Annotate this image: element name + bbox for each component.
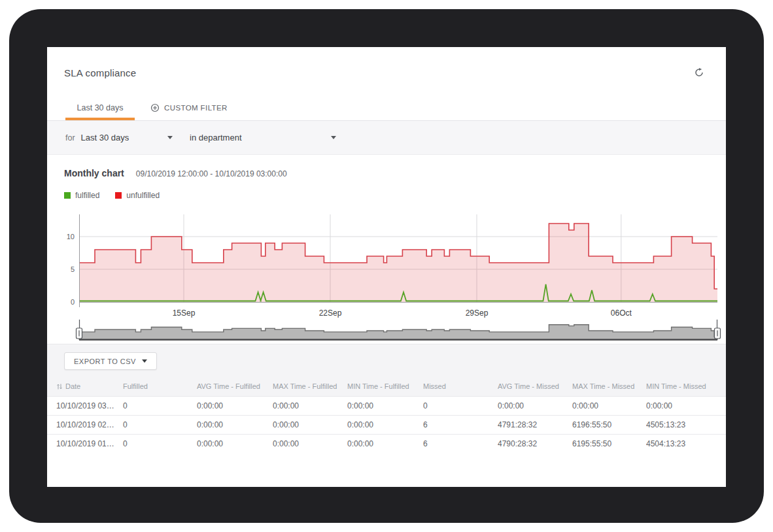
legend-swatch-unfulfilled (115, 192, 122, 199)
column-header[interactable]: Fulfilled (123, 382, 197, 390)
filter-bar: for Last 30 days in department (47, 121, 726, 155)
x-tick-label: 29Sep (466, 308, 489, 318)
card-header: SLA compliance (47, 47, 726, 98)
table-cell: 6 (423, 420, 498, 429)
sla-compliance-card: SLA compliance Last 30 days CUSTOM FILTE… (47, 47, 726, 487)
column-header[interactable]: Date (56, 382, 123, 390)
chart-section: Monthly chart 09/10/2019 12:00:00 - 10/1… (47, 155, 726, 344)
table-cell: 4790:28:32 (498, 439, 572, 448)
table-row[interactable]: 10/10/2019 03…00:00:000:00:000:00:0000:0… (47, 396, 726, 415)
chevron-down-icon (331, 136, 336, 139)
column-header[interactable]: MIN Time - Fulfilled (347, 382, 423, 390)
table-section: EXPORT TO CSV DateFulfilledAVG Time - Fu… (47, 344, 726, 453)
table-cell: 0:00:00 (197, 401, 273, 410)
tab-bar: Last 30 days CUSTOM FILTER (47, 98, 726, 121)
table-cell: 6 (423, 439, 498, 448)
table-cell: 0:00:00 (347, 401, 423, 410)
y-tick-label: 5 (71, 265, 75, 273)
legend-swatch-fulfilled (64, 192, 71, 199)
column-header[interactable]: MAX Time - Fulfilled (273, 382, 347, 390)
table-cell: 6195:55:50 (572, 439, 646, 448)
table-cell: 10/10/2019 01… (56, 439, 123, 448)
sla-area-chart[interactable]: 15Sep22Sep29Sep06Oct0510 (56, 209, 726, 344)
period-select[interactable]: for Last 30 days (65, 133, 173, 142)
column-header[interactable]: MIN Time - Missed (646, 382, 726, 390)
table-cell: 0:00:00 (197, 420, 273, 429)
department-select-value: in department (190, 133, 331, 142)
table-cell: 10/10/2019 03… (56, 401, 123, 410)
column-header[interactable]: AVG Time - Missed (498, 382, 572, 390)
x-tick-label: 22Sep (319, 308, 342, 318)
chevron-down-icon (142, 359, 147, 363)
chart-title: Monthly chart (64, 168, 124, 178)
legend-item-fulfilled[interactable]: fulfilled (64, 191, 99, 200)
legend-label: unfulfilled (126, 191, 160, 200)
table-cell: 0:00:00 (197, 439, 273, 448)
refresh-button[interactable] (692, 65, 706, 80)
page-title: SLA compliance (64, 67, 136, 78)
table-cell: 10/10/2019 02… (56, 420, 123, 429)
filter-prefix: for (65, 133, 75, 142)
column-header[interactable]: Missed (423, 382, 498, 390)
chevron-down-icon (167, 136, 173, 139)
legend-label: fulfilled (75, 191, 99, 200)
table-body: 10/10/2019 03…00:00:000:00:000:00:0000:0… (47, 396, 726, 453)
table-cell: 0 (423, 401, 498, 410)
table-cell: 0:00:00 (273, 401, 347, 410)
legend-item-unfulfilled[interactable]: unfulfilled (115, 191, 160, 200)
table-cell: 4791:28:32 (498, 420, 572, 429)
table-cell: 0:00:00 (646, 401, 726, 410)
x-tick-label: 15Sep (173, 308, 196, 318)
table-cell: 0:00:00 (273, 420, 347, 429)
export-button-label: EXPORT TO CSV (74, 357, 136, 365)
y-tick-label: 10 (67, 233, 75, 241)
y-tick-label: 0 (71, 298, 75, 306)
column-header[interactable]: MAX Time - Missed (572, 382, 646, 390)
table-header-row: DateFulfilledAVG Time - FulfilledMAX Tim… (47, 376, 726, 396)
table-cell: 0:00:00 (273, 439, 347, 448)
table-cell: 0 (123, 420, 197, 429)
table-cell: 4505:13:23 (646, 420, 726, 429)
range-navigator-area[interactable] (79, 325, 717, 339)
table-cell: 4504:13:23 (646, 439, 726, 448)
table-cell: 0 (123, 401, 197, 410)
chart-date-range: 09/10/2019 12:00:00 - 10/10/2019 03:00:0… (136, 169, 287, 178)
table-row[interactable]: 10/10/2019 02…00:00:000:00:000:00:006479… (47, 415, 726, 434)
table-cell: 6196:55:50 (572, 420, 646, 429)
table-cell: 0:00:00 (347, 420, 423, 429)
tab-last-30-days[interactable]: Last 30 days (65, 98, 135, 120)
department-select[interactable]: in department (190, 133, 336, 142)
x-tick-label: 06Oct (611, 308, 632, 318)
period-select-value: Last 30 days (81, 133, 167, 142)
column-header[interactable]: AVG Time - Fulfilled (197, 382, 273, 390)
chart-legend: fulfilled unfulfilled (47, 191, 726, 200)
table-cell: 0:00:00 (498, 401, 572, 410)
refresh-icon (694, 67, 704, 78)
sort-icon (56, 383, 63, 390)
tab-label: Last 30 days (77, 103, 124, 112)
tab-label: CUSTOM FILTER (164, 104, 228, 112)
table-cell: 0:00:00 (347, 439, 423, 448)
export-to-csv-button[interactable]: EXPORT TO CSV (64, 352, 157, 370)
tab-custom-filter[interactable]: CUSTOM FILTER (148, 98, 230, 120)
table-row[interactable]: 10/10/2019 01…00:00:000:00:000:00:006479… (47, 434, 726, 453)
table-cell: 0:00:00 (572, 401, 646, 410)
table-cell: 0 (123, 439, 197, 448)
plus-circle-icon (150, 103, 160, 112)
